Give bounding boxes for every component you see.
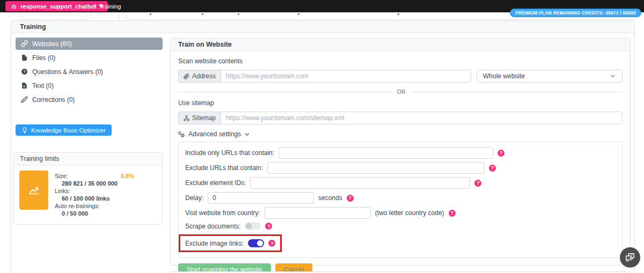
delay-suffix: seconds — [318, 194, 342, 202]
chatbot-logo-icon — [11, 3, 17, 10]
clipped-tab-dot — [150, 13, 151, 15]
exclude-urls-label: Exclude URLs that contain: — [185, 164, 263, 172]
exclude-element-ids-row: Exclude element IDs: ? — [185, 177, 616, 189]
help-chat-fab[interactable]: ? — [620, 247, 640, 268]
scrape-documents-row: Scrape documents: ? — [185, 222, 616, 230]
clipped-tab-dot — [238, 13, 239, 15]
file-icon — [21, 54, 28, 61]
credits-badge: PREMIUM PLAN REMAINING CREDITS: 49971 / … — [510, 9, 641, 17]
sidebar-item-label: Corrections (0) — [32, 96, 75, 104]
sitemap-section-label: Use sitemap — [178, 99, 623, 107]
chat-bubbles-icon: ? — [624, 252, 636, 263]
exclude-urls-row: Exclude URLs that contain: ? — [185, 162, 616, 174]
advanced-settings-toggle[interactable]: ⚙ ⚙ Advanced settings — [178, 130, 623, 138]
clipped-tab-active — [90, 12, 119, 21]
chatbot-selector-label: response_support_chatbot — [20, 3, 97, 10]
help-icon[interactable]: ? — [265, 223, 272, 230]
training-limits-stats: Size: 0.8% 280 821 / 35 000 000 Links: 6… — [55, 171, 157, 218]
include-urls-row: Include only URLs that contain: ? — [185, 147, 616, 159]
exclude-element-ids-label: Exclude element IDs: — [185, 179, 246, 187]
delay-input[interactable] — [208, 192, 314, 204]
card-body: Scan website contents Address Whole webs… — [171, 51, 630, 273]
sidebar-item-corrections[interactable]: Corrections (0) — [16, 93, 163, 106]
chatbot-selector-button[interactable]: response_support_chatbot ▾ — [5, 1, 108, 11]
address-input-group: Address — [178, 70, 471, 83]
sidebar-item-label: Text (0) — [32, 82, 54, 90]
help-icon[interactable]: ? — [347, 195, 354, 202]
help-icon[interactable]: ? — [489, 165, 496, 172]
chevron-down-icon — [244, 131, 251, 138]
or-divider: OR — [178, 88, 623, 95]
help-icon[interactable]: ? — [474, 180, 481, 187]
sidebar-item-websites[interactable]: Websites (60) — [16, 38, 163, 50]
sitemap-addon: Sitemap — [178, 112, 221, 124]
include-urls-input[interactable] — [279, 147, 493, 159]
svg-text:?: ? — [23, 69, 26, 74]
retrainings-value: 0 / 50 000 — [55, 210, 157, 217]
help-icon[interactable]: ? — [497, 150, 504, 157]
delay-row: Delay: seconds ? — [185, 192, 616, 204]
exclude-element-ids-input[interactable] — [250, 177, 470, 189]
scrape-documents-toggle[interactable] — [245, 222, 261, 230]
advanced-settings-label: Advanced settings — [188, 130, 241, 138]
sidebar-item-questions-answers[interactable]: ? Questions & Answers (0) — [16, 65, 163, 78]
scrape-documents-label: Scrape documents: — [185, 223, 240, 230]
sidebar-item-label: Questions & Answers (0) — [32, 68, 103, 76]
divider-line — [178, 92, 392, 92]
question-circle-icon: ? — [21, 68, 28, 75]
clipped-tab-dot — [298, 13, 299, 15]
exclude-image-links-highlight: Exclude image links: ? — [179, 234, 282, 252]
link-icon — [21, 40, 28, 47]
sitemap-input[interactable] — [221, 112, 623, 124]
help-icon[interactable]: ? — [449, 210, 456, 217]
chevron-down-icon — [610, 73, 616, 79]
knowledge-base-optimizer-label: Knowledge Base Optimizer — [31, 127, 106, 134]
panel-title: Training — [11, 21, 634, 33]
website-scope-value: Whole website — [483, 72, 525, 80]
sidebar-item-files[interactable]: Files (0) — [16, 51, 163, 64]
exclude-image-links-label: Exclude image links: — [185, 240, 244, 247]
breadcrumb-separator: / — [93, 3, 95, 10]
address-addon: Address — [178, 70, 221, 83]
text-file-icon — [21, 82, 28, 89]
size-label: Size: — [55, 173, 68, 180]
country-row: Visit website from country: (two letter … — [185, 207, 616, 219]
advanced-settings-panel: Include only URLs that contain: ? Exclud… — [178, 142, 623, 258]
training-panel: Training Websites (60) Files (0) — [11, 20, 635, 273]
app-window: response_support_chatbot ▾ / Training PR… — [0, 0, 644, 273]
address-input[interactable] — [221, 70, 471, 83]
lightbulb-icon — [21, 127, 28, 134]
training-limits-body: Size: 0.8% 280 821 / 35 000 000 Links: 6… — [14, 165, 162, 224]
country-suffix: (two letter country code) — [375, 209, 444, 217]
country-input[interactable] — [265, 207, 371, 219]
usage-chart-tile — [19, 171, 48, 210]
clipped-tab — [20, 12, 87, 20]
paperclip-icon — [184, 73, 189, 79]
website-scope-select[interactable]: Whole website — [477, 70, 623, 83]
sitemap-icon — [184, 115, 189, 121]
exclude-image-links-toggle[interactable] — [248, 239, 264, 247]
divider-line — [411, 92, 623, 92]
training-limits-title: Training limits — [14, 153, 162, 165]
country-label: Visit website from country: — [185, 209, 260, 217]
size-value: 280 821 / 35 000 000 — [55, 180, 157, 187]
clipped-tab-dot — [398, 13, 399, 15]
size-percent: 0.8% — [121, 173, 134, 180]
gears-icon: ⚙ ⚙ — [178, 131, 186, 138]
delay-label: Delay: — [185, 194, 203, 202]
card-title: Train on Website — [171, 39, 630, 51]
exclude-urls-input[interactable] — [267, 162, 485, 174]
knowledge-base-optimizer-button[interactable]: Knowledge Base Optimizer — [16, 124, 112, 136]
training-source-sidebar: Websites (60) Files (0) ? Questions & An… — [16, 38, 163, 107]
training-limits-card: Training limits Size: 0.8% 280 821 / 35 … — [13, 152, 163, 225]
train-on-website-card: Train on Website Scan website contents A… — [170, 38, 631, 265]
address-row: Address Whole website — [178, 70, 623, 83]
breadcrumb: / Training — [93, 0, 121, 12]
sidebar-item-label: Websites (60) — [32, 40, 72, 48]
sitemap-addon-label: Sitemap — [192, 114, 216, 122]
toggle-knob — [246, 223, 252, 229]
trend-chart-icon — [28, 185, 40, 196]
sidebar-item-text[interactable]: Text (0) — [16, 79, 163, 92]
help-icon[interactable]: ? — [268, 240, 275, 247]
retrainings-label: Auto re-trainings: — [55, 203, 100, 210]
